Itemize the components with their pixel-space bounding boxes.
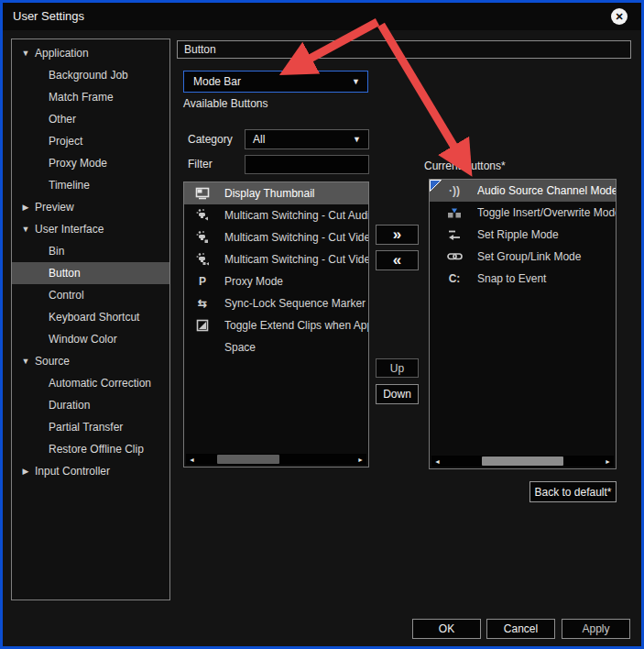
sidebar-item-automatic-correction[interactable]: Automatic Correction bbox=[12, 372, 169, 394]
apply-button[interactable]: Apply bbox=[562, 619, 630, 639]
button-area-select[interactable]: Mode Bar ▼ bbox=[183, 71, 368, 93]
chevron-down-icon: ▼ bbox=[353, 135, 361, 144]
toggle-extend-icon bbox=[191, 319, 213, 332]
list-item[interactable]: P Proxy Mode bbox=[184, 270, 368, 292]
settings-tree: ▼Application Background Job Match Frame … bbox=[11, 38, 170, 600]
scroll-right-icon[interactable]: ► bbox=[602, 458, 614, 465]
sidebar-item-match-frame[interactable]: Match Frame bbox=[12, 86, 169, 108]
sidebar-item-timeline[interactable]: Timeline bbox=[12, 174, 169, 196]
list-item[interactable]: Multicam Switching - Cut Video bbox=[184, 226, 368, 248]
chevron-down-icon[interactable]: ▼ bbox=[19, 225, 32, 234]
current-list-hscrollbar[interactable]: ◄ ► bbox=[431, 456, 614, 467]
sidebar-item-background-job[interactable]: Background Job bbox=[12, 64, 169, 86]
add-button[interactable]: » bbox=[376, 225, 419, 245]
set-ripple-mode-icon bbox=[442, 229, 466, 241]
window-frame: User Settings ✕ ▼Application Background … bbox=[0, 0, 644, 649]
cancel-button[interactable]: Cancel bbox=[486, 619, 555, 639]
scrollbar-track[interactable] bbox=[443, 456, 602, 467]
display-thumbnail-icon bbox=[191, 187, 213, 200]
page-title: Button bbox=[177, 40, 631, 59]
scrollbar-thumb[interactable] bbox=[482, 456, 564, 466]
available-buttons-label: Available Buttons bbox=[183, 97, 268, 110]
ok-button[interactable]: OK bbox=[412, 619, 481, 639]
scroll-right-icon[interactable]: ► bbox=[355, 456, 366, 463]
chevron-right-icon[interactable]: ▶ bbox=[19, 467, 32, 476]
chevron-down-icon: ▼ bbox=[352, 77, 360, 86]
sidebar-item-button[interactable]: Button bbox=[12, 262, 169, 284]
list-item[interactable]: ⇆ Sync-Lock Sequence Marker - Tog bbox=[184, 292, 368, 314]
dialog-title: User Settings bbox=[13, 3, 84, 30]
sidebar-item-duration[interactable]: Duration bbox=[12, 394, 169, 416]
category-select[interactable]: All ▼ bbox=[245, 129, 369, 149]
chevron-right-icon[interactable]: ▶ bbox=[19, 203, 32, 212]
chevron-down-icon[interactable]: ▼ bbox=[19, 357, 32, 366]
focus-corner-icon bbox=[430, 180, 442, 192]
user-settings-dialog: User Settings ✕ ▼Application Background … bbox=[3, 3, 641, 646]
up-button[interactable]: Up bbox=[376, 358, 419, 378]
scroll-left-icon[interactable]: ◄ bbox=[431, 458, 443, 465]
available-buttons-list: Display Thumbnail Multicam Switching - C… bbox=[183, 182, 369, 468]
down-button[interactable]: Down bbox=[376, 384, 419, 404]
list-item[interactable]: Set Group/Link Mode bbox=[430, 246, 616, 268]
list-item[interactable]: Display Thumbnail bbox=[184, 182, 368, 204]
back-to-default-button[interactable]: Back to default* bbox=[529, 481, 617, 502]
list-item[interactable]: Multicam Switching - Cut Audio bbox=[184, 204, 368, 226]
sidebar-item-project[interactable]: Project bbox=[12, 130, 169, 152]
filter-input[interactable] bbox=[245, 155, 369, 174]
title-bar[interactable]: User Settings ✕ bbox=[3, 3, 641, 30]
sidebar-item-input-controller[interactable]: ▶Input Controller bbox=[12, 460, 169, 482]
chevron-down-icon[interactable]: ▼ bbox=[19, 49, 32, 58]
scrollbar-track[interactable] bbox=[198, 454, 355, 465]
sidebar-item-other[interactable]: Other bbox=[12, 108, 169, 130]
set-group-link-icon bbox=[442, 251, 466, 262]
sidebar-item-user-interface[interactable]: ▼User Interface bbox=[12, 218, 169, 240]
remove-button[interactable]: « bbox=[376, 250, 419, 270]
available-list-hscrollbar[interactable]: ◄ ► bbox=[186, 454, 366, 465]
sidebar-item-proxy-mode[interactable]: Proxy Mode bbox=[12, 152, 169, 174]
list-item[interactable]: Multicam Switching - Cut Video ar bbox=[184, 248, 368, 270]
multicam-cut-audio-icon bbox=[191, 208, 213, 223]
list-item[interactable]: C: Snap to Event bbox=[430, 268, 616, 290]
multicam-cut-video-icon bbox=[191, 230, 213, 245]
sidebar-item-keyboard-shortcut[interactable]: Keyboard Shortcut bbox=[12, 306, 169, 328]
current-buttons-label: Current Buttons* bbox=[424, 160, 506, 172]
scroll-left-icon[interactable]: ◄ bbox=[186, 456, 198, 463]
button-area-select-value: Mode Bar bbox=[193, 75, 352, 88]
scrollbar-thumb[interactable] bbox=[217, 455, 279, 464]
list-item[interactable]: ·)) Audio Source Channel Mode (St bbox=[430, 180, 616, 202]
list-item[interactable]: Toggle Extend Clips when Applyin bbox=[184, 314, 368, 336]
sidebar-item-restore-offline-clip[interactable]: Restore Offline Clip bbox=[12, 438, 169, 460]
sidebar-item-partial-transfer[interactable]: Partial Transfer bbox=[12, 416, 169, 438]
audio-source-channel-icon: ·)) bbox=[442, 184, 466, 197]
current-buttons-list: ·)) Audio Source Channel Mode (St Toggle… bbox=[429, 179, 617, 469]
sidebar-item-window-color[interactable]: Window Color bbox=[12, 328, 169, 350]
toggle-insert-overwrite-icon bbox=[442, 207, 466, 219]
filter-label: Filter bbox=[188, 155, 213, 174]
close-icon[interactable]: ✕ bbox=[611, 8, 628, 25]
list-item[interactable]: Toggle Insert/Overwrite Mode bbox=[430, 202, 616, 224]
sidebar-item-bin[interactable]: Bin bbox=[12, 240, 169, 262]
sidebar-item-application[interactable]: ▼Application bbox=[12, 42, 169, 64]
multicam-cut-video-audio-icon bbox=[191, 252, 213, 267]
category-select-value: All bbox=[253, 133, 353, 146]
sidebar-item-preview[interactable]: ▶Preview bbox=[12, 196, 169, 218]
proxy-mode-icon: P bbox=[191, 275, 213, 288]
snap-to-event-icon: C: bbox=[442, 272, 466, 285]
category-label: Category bbox=[188, 129, 233, 149]
list-item[interactable]: Space bbox=[184, 336, 368, 358]
sidebar-item-control[interactable]: Control bbox=[12, 284, 169, 306]
list-item[interactable]: Set Ripple Mode bbox=[430, 224, 616, 246]
sync-lock-icon: ⇆ bbox=[191, 297, 213, 310]
sidebar-item-source[interactable]: ▼Source bbox=[12, 350, 169, 372]
